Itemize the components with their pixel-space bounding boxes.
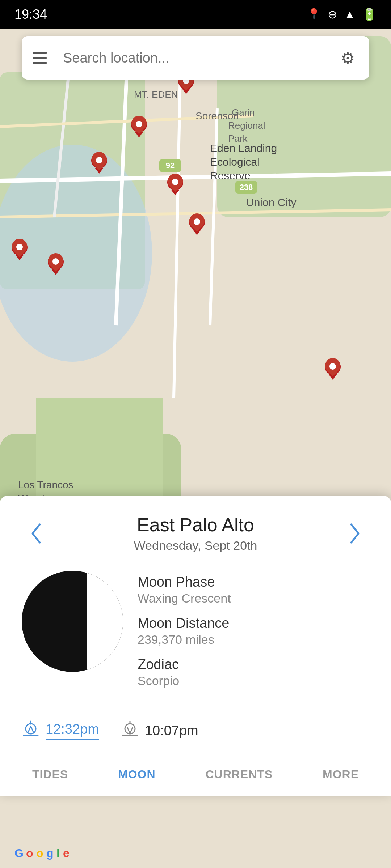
location-icon: 📍	[307, 8, 321, 21]
status-bar: 19:34 📍 ⊖ ▲ 🔋	[0, 0, 391, 29]
tab-bar: TIDES MOON CURRENTS MORE	[0, 753, 391, 796]
settings-button[interactable]: ⚙	[337, 47, 358, 69]
menu-button[interactable]	[33, 47, 54, 69]
svg-text:G: G	[14, 847, 24, 860]
svg-text:o: o	[36, 847, 43, 860]
moonrise-icon	[22, 720, 40, 742]
svg-text:Los Trancos: Los Trancos	[18, 479, 73, 490]
bottom-sheet: East Palo Alto Wednesday, Sept 20th Moon…	[0, 496, 391, 796]
tab-currents[interactable]: CURRENTS	[198, 764, 280, 785]
map-marker-6[interactable]	[188, 213, 206, 235]
moonrise-time: 12:32pm	[46, 722, 99, 740]
moon-distance-label: Moon Distance	[138, 616, 369, 631]
moonset-time: 10:07pm	[145, 723, 198, 739]
moonrise-time-item[interactable]: 12:32pm	[22, 720, 99, 742]
moonset-icon	[121, 720, 139, 742]
svg-point-58	[167, 174, 183, 190]
moonset-time-item[interactable]: 10:07pm	[121, 720, 198, 742]
svg-text:92: 92	[166, 161, 175, 170]
map-marker-8[interactable]	[47, 253, 64, 275]
moon-distance-value: 239,370 miles	[138, 633, 369, 647]
map-marker-3[interactable]	[91, 152, 108, 174]
menu-line-3	[33, 62, 47, 64]
zodiac-value: Scorpio	[138, 674, 369, 688]
svg-point-73	[325, 359, 341, 375]
svg-text:MT. EDEN: MT. EDEN	[134, 89, 178, 100]
svg-point-74	[329, 363, 336, 370]
location-name: East Palo Alto	[51, 514, 340, 536]
svg-text:Reserve: Reserve	[210, 170, 251, 182]
svg-text:Park: Park	[228, 133, 248, 144]
menu-line-1	[33, 52, 47, 54]
moon-phase-value: Waxing Crescent	[138, 591, 369, 605]
sheet-header: East Palo Alto Wednesday, Sept 20th	[0, 496, 391, 563]
svg-point-70	[48, 254, 64, 270]
svg-point-56	[96, 157, 103, 164]
map-marker-right[interactable]	[324, 358, 341, 380]
svg-text:Union City: Union City	[246, 196, 296, 208]
tab-tides[interactable]: TIDES	[25, 764, 75, 785]
svg-marker-51	[182, 88, 190, 94]
svg-marker-54	[135, 132, 143, 137]
moon-image	[22, 571, 123, 672]
moon-details: Moon Phase Waxing Crescent Moon Distance…	[138, 571, 369, 698]
svg-marker-75	[328, 374, 337, 380]
svg-point-67	[12, 239, 28, 255]
menu-line-2	[33, 57, 47, 59]
svg-point-59	[172, 179, 179, 186]
map-marker-7[interactable]	[11, 239, 28, 260]
svg-point-65	[193, 218, 201, 226]
svg-text:Garin: Garin	[232, 107, 255, 118]
search-input[interactable]	[63, 50, 328, 66]
moon-circle	[22, 571, 123, 672]
svg-text:238: 238	[240, 183, 253, 192]
svg-text:Regional: Regional	[228, 120, 265, 131]
wifi-icon: ▲	[344, 8, 356, 21]
moon-section: Moon Phase Waxing Crescent Moon Distance…	[0, 563, 391, 712]
svg-text:l: l	[56, 847, 60, 860]
time-row: 12:32pm 10:07pm	[0, 712, 391, 753]
settings-icon: ⚙	[341, 49, 355, 67]
search-bar: ⚙	[22, 36, 369, 80]
location-title-block: East Palo Alto Wednesday, Sept 20th	[51, 514, 340, 553]
map-marker-2[interactable]	[130, 116, 148, 137]
status-icons: 📍 ⊖ ▲ 🔋	[307, 8, 377, 21]
svg-marker-69	[15, 255, 24, 260]
svg-marker-60	[171, 190, 180, 195]
svg-point-53	[135, 121, 143, 128]
sheet-date: Wednesday, Sept 20th	[51, 539, 340, 553]
map-marker-4[interactable]	[167, 174, 184, 195]
status-time: 19:34	[14, 7, 47, 22]
moon-phase-label: Moon Phase	[138, 574, 369, 590]
next-day-button[interactable]	[340, 519, 369, 548]
moon-light-area	[87, 571, 123, 672]
tab-more[interactable]: MORE	[315, 764, 366, 785]
svg-text:Ecological: Ecological	[210, 156, 260, 168]
svg-point-76	[26, 724, 36, 734]
svg-marker-72	[51, 269, 60, 275]
battery-icon: 🔋	[362, 8, 377, 21]
svg-text:e: e	[63, 847, 70, 860]
tab-moon[interactable]: MOON	[111, 764, 163, 785]
svg-point-71	[52, 258, 59, 265]
svg-text:g: g	[46, 847, 54, 860]
svg-point-55	[91, 153, 107, 169]
svg-marker-57	[95, 168, 104, 174]
svg-point-68	[16, 244, 23, 251]
svg-marker-66	[193, 229, 201, 235]
svg-point-52	[131, 116, 147, 132]
zodiac-label: Zodiac	[138, 657, 369, 672]
svg-point-64	[189, 214, 205, 230]
prev-day-button[interactable]	[22, 519, 51, 548]
svg-text:o: o	[26, 847, 33, 860]
dnd-icon: ⊖	[328, 8, 337, 21]
